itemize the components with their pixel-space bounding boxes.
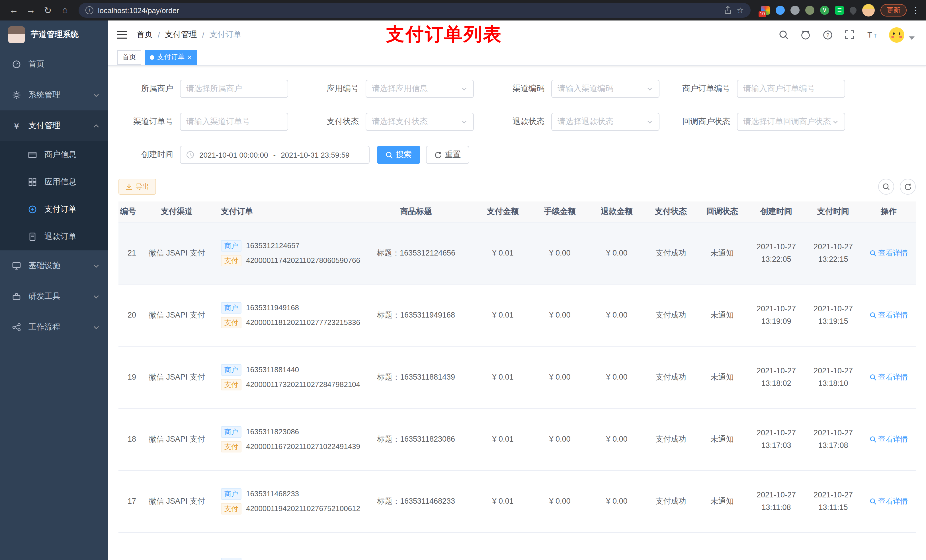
col-header-action: 操作 [862, 201, 916, 222]
search-button[interactable]: 搜索 [377, 146, 420, 164]
breadcrumb-payment[interactable]: 支付管理 [165, 30, 197, 40]
tab-pay-order[interactable]: 支付订单 × [145, 50, 197, 65]
view-detail-link[interactable]: 查看详情 [870, 496, 908, 506]
pin-icon[interactable] [848, 5, 858, 15]
sidebar-item-workflow[interactable]: 工作流程 [0, 312, 108, 343]
cell-title [358, 532, 474, 560]
search-icon[interactable] [779, 30, 789, 40]
cell-create-time: 2021-10-27 13:11:08 [748, 470, 805, 532]
avatar-cheek [891, 36, 894, 38]
extension-icon-colorful[interactable]: 10 [761, 6, 770, 15]
cell-order: 商户 1635311949168 支付 42000011812021102777… [210, 284, 358, 346]
sidebar-item-label: 支付订单 [44, 204, 76, 214]
github-icon[interactable] [800, 29, 811, 40]
cell-pay-time: 2021-10-27 13:17:08 [805, 408, 862, 470]
app-logo[interactable]: 芋道管理系统 [0, 21, 108, 49]
cell-notify: 未通知 [696, 284, 748, 346]
refresh-table-button[interactable] [900, 179, 916, 195]
view-detail-link[interactable]: 查看详情 [870, 434, 908, 444]
extension-icon-chat[interactable]: ☰ [835, 6, 844, 15]
hamburger-icon[interactable] [116, 30, 127, 40]
share-icon[interactable] [724, 6, 732, 15]
view-detail-link[interactable]: 查看详情 [870, 310, 908, 320]
filter-control[interactable]: 请选择退款状态 [551, 113, 660, 131]
filter-control[interactable]: 请输入渠道编码 [551, 80, 660, 98]
close-icon[interactable]: × [188, 53, 192, 61]
address-bar[interactable]: i localhost:1024/pay/order ☆ [79, 3, 750, 18]
tab-home[interactable]: 首页 [117, 50, 141, 65]
time-part: 13:19:15 [807, 315, 859, 327]
filter-control[interactable]: 请选择支付状态 [366, 113, 474, 131]
sidebar-item-merchant-info[interactable]: 商户信息 [0, 141, 108, 169]
annotation-title: 支付订单列表 [386, 22, 502, 47]
toggle-search-button[interactable] [878, 179, 894, 195]
placeholder-text: 请选择应用信息 [372, 84, 428, 94]
extension-icon-gray[interactable] [790, 6, 800, 15]
extension-icon-blue[interactable] [776, 6, 785, 15]
cell-order: 商户 1635312124657 支付 42000011742021102780… [210, 222, 358, 284]
export-button[interactable]: 导出 [118, 179, 156, 195]
fullscreen-icon[interactable] [844, 30, 855, 40]
help-icon[interactable]: ? [822, 29, 833, 40]
chevron-down-icon [646, 118, 653, 125]
sidebar-item-system[interactable]: 系统管理 [0, 80, 108, 110]
view-detail-link[interactable]: 查看详情 [870, 248, 908, 258]
cell-id: 21 [118, 222, 144, 284]
link-label: 查看详情 [878, 248, 908, 258]
time-part: 13:11:15 [807, 501, 859, 513]
page-content: 所属商户 请选择所属商户 应用编号 请选择应用信息 渠道编码 [108, 66, 926, 560]
filter-control[interactable]: 请选择订单回调商户状态 [737, 113, 845, 131]
cell-channel [144, 532, 210, 560]
sidebar-item-dev-tools[interactable]: 研发工具 [0, 281, 108, 312]
cell-fee: ¥ 0.00 [531, 408, 588, 470]
sidebar-item-home[interactable]: 首页 [0, 49, 108, 80]
col-header-order: 支付订单 [210, 201, 358, 222]
cell-title: 标题：1635312124656 [358, 222, 474, 284]
bookmark-star-icon[interactable]: ☆ [737, 6, 744, 15]
browser-profile-avatar[interactable] [862, 4, 875, 17]
chevron-down-icon [461, 85, 468, 92]
breadcrumb-current: 支付订单 [210, 30, 242, 40]
browser-forward-button[interactable]: → [23, 2, 39, 18]
avatar-dropdown-caret-icon[interactable] [909, 36, 915, 40]
pay-order-line: 支付 4200001167202110271022491439 [221, 441, 356, 452]
sidebar-item-payment[interactable]: ¥ 支付管理 [0, 110, 108, 141]
filter-item: 渠道订单号 请输入渠道订单号 [118, 113, 304, 131]
site-info-icon[interactable]: i [85, 6, 94, 14]
cell-refund: ¥ 0.00 [588, 470, 645, 532]
view-detail-link[interactable]: 查看详情 [870, 372, 908, 382]
sidebar-item-label: 首页 [29, 59, 44, 69]
filter-control[interactable]: 请选择所属商户 [180, 80, 288, 98]
sidebar-item-refund-order[interactable]: 退款订单 [0, 223, 108, 251]
date-part: 2021-10-27 [807, 241, 859, 253]
search-icon [882, 183, 890, 191]
browser-back-button[interactable]: ← [6, 2, 22, 18]
merchant-order-no: 1635312124657 [246, 241, 300, 250]
browser-update-button[interactable]: 更新 [881, 4, 906, 17]
placeholder-text: 请选择订单回调商户状态 [743, 117, 831, 127]
table-tools [878, 179, 916, 195]
cell-status: 支付成功 [645, 346, 696, 408]
user-avatar[interactable] [889, 27, 904, 42]
filter-control[interactable]: 请选择应用信息 [366, 80, 474, 98]
extension-icon-olive[interactable] [805, 6, 814, 15]
font-size-icon[interactable]: TT [866, 30, 878, 40]
extension-icon-check[interactable]: V [820, 6, 829, 15]
filter-control[interactable]: 请输入商户订单编号 [737, 80, 845, 98]
sidebar-item-app-info[interactable]: 应用信息 [0, 169, 108, 196]
sidebar-item-pay-order[interactable]: 支付订单 [0, 196, 108, 223]
cell-refund: ¥ 0.00 [588, 284, 645, 346]
sidebar-item-infrastructure[interactable]: 基础设施 [0, 251, 108, 281]
browser-menu-icon[interactable]: ⋮ [911, 5, 920, 15]
browser-home-button[interactable]: ⌂ [57, 2, 73, 18]
pay-order-no: 4200001173202110272847982104 [246, 380, 360, 389]
filter-control[interactable]: 请输入渠道订单号 [180, 113, 288, 131]
breadcrumb-home[interactable]: 首页 [137, 30, 153, 40]
cell-notify: 未通知 [696, 408, 748, 470]
browser-reload-button[interactable]: ↻ [40, 2, 56, 18]
reset-button[interactable]: 重置 [426, 146, 469, 164]
filter-item: 应用编号 请选择应用信息 [304, 80, 490, 98]
date-range-input[interactable]: 2021-10-01 00:00:00 - 2021-10-31 23:59:5… [180, 146, 369, 164]
magnifier-icon [870, 498, 876, 504]
merchant-tag: 商户 [221, 557, 242, 560]
